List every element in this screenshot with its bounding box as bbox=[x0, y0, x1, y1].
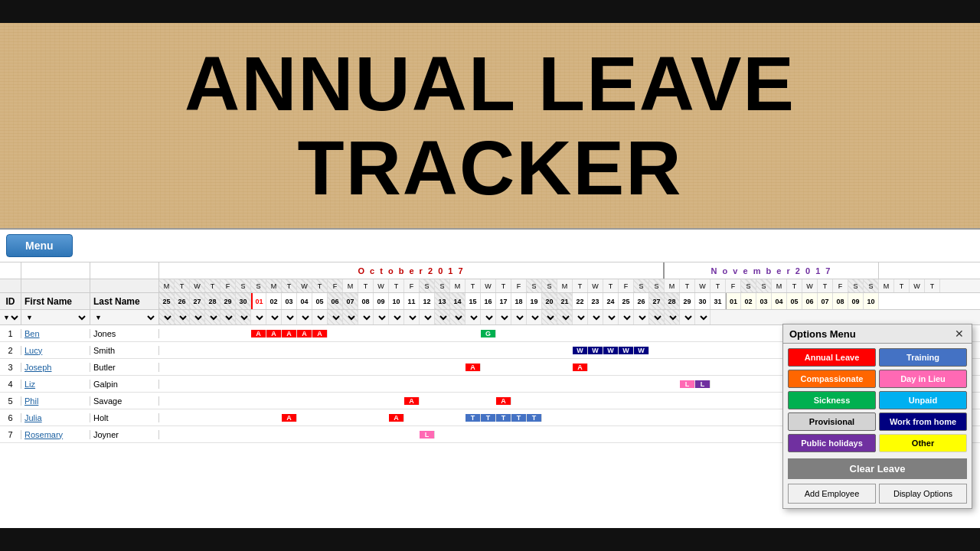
day-letter-cell: T bbox=[818, 279, 833, 292]
day-letter-cell: T bbox=[358, 279, 374, 292]
day-letter-cell: M bbox=[450, 279, 466, 292]
day-letter-cell: W bbox=[297, 279, 312, 292]
header-banner: ANNUAL LEAVE TRACKER bbox=[0, 23, 980, 230]
day-letter-cell: F bbox=[833, 279, 848, 292]
spreadsheet: O c t o b e r 2 0 1 7 N o v e m b e r 2 … bbox=[0, 262, 980, 528]
day-letter-cell: F bbox=[619, 279, 634, 292]
day-letter-cell: W bbox=[910, 279, 925, 292]
day-letter-cell: S bbox=[251, 279, 266, 292]
filter-first[interactable]: ▼ bbox=[23, 313, 88, 322]
day-letter-cell: M bbox=[343, 279, 358, 292]
day-letter-cell: F bbox=[404, 279, 420, 292]
day-letter-cell: W bbox=[190, 279, 205, 292]
compassionate-option[interactable]: Compassionate bbox=[788, 370, 876, 388]
day-letter-cell: F bbox=[726, 279, 741, 292]
month-label-row: O c t o b e r 2 0 1 7 N o v e m b e r 2 … bbox=[0, 262, 980, 279]
options-menu-title: Options Menu ✕ bbox=[783, 324, 972, 344]
employee-first-3[interactable]: Joseph bbox=[21, 363, 90, 372]
day-letter-cell: W bbox=[481, 279, 496, 292]
day-letter-cell: T bbox=[175, 279, 190, 292]
day-letter-row: M T W T F S S M T W T F M T W T F S S M bbox=[0, 279, 980, 293]
options-grid: Annual Leave Training Compassionate Day … bbox=[783, 344, 972, 457]
day-letter-cell: T bbox=[894, 279, 910, 292]
day-letter-cell: T bbox=[680, 279, 695, 292]
day-letter-cell: T bbox=[573, 279, 588, 292]
day-letter-cell: S bbox=[649, 279, 665, 292]
day-letter-cell: T bbox=[205, 279, 220, 292]
employee-first-6[interactable]: Julia bbox=[21, 413, 90, 422]
day-letter-cell: M bbox=[879, 279, 894, 292]
day-letter-cell: M bbox=[266, 279, 282, 292]
employee-first-1[interactable]: Ben bbox=[21, 329, 90, 338]
day-letter-cell: T bbox=[389, 279, 404, 292]
day-letter-cell: W bbox=[802, 279, 818, 292]
menu-button[interactable]: Menu bbox=[6, 234, 73, 257]
employee-first-4[interactable]: Liz bbox=[21, 380, 90, 389]
employee-first-7[interactable]: Rosemary bbox=[21, 430, 90, 439]
add-employee-button[interactable]: Add Employee bbox=[788, 484, 876, 504]
display-options-button[interactable]: Display Options bbox=[879, 484, 967, 504]
other-option[interactable]: Other bbox=[879, 434, 967, 452]
day-letter-cell: T bbox=[710, 279, 726, 292]
work-from-home-option[interactable]: Work from home bbox=[879, 412, 967, 431]
filter-row: ▼ ▼ ▼ ▼ ▼ ▼ ▼ ▼ ▼ ▼ ▼ ▼ ▼ ▼ ▼ ▼ ▼ ▼ ▼ ▼ bbox=[0, 310, 980, 325]
day-letter-cell: M bbox=[665, 279, 680, 292]
date-number-row: ID First Name Last Name 25 26 27 28 29 3… bbox=[0, 293, 980, 310]
top-bar bbox=[0, 0, 980, 23]
day-letter-cell: F bbox=[220, 279, 236, 292]
day-letter-cell: T bbox=[466, 279, 481, 292]
day-letter-cell: S bbox=[542, 279, 557, 292]
annual-leave-option[interactable]: Annual Leave bbox=[788, 348, 876, 367]
day-in-lieu-option[interactable]: Day in Lieu bbox=[879, 370, 967, 388]
employee-first-2[interactable]: Lucy bbox=[21, 346, 90, 355]
day-letter-cell: S bbox=[435, 279, 450, 292]
day-letter-cell: T bbox=[496, 279, 511, 292]
day-letter-cell: T bbox=[312, 279, 328, 292]
day-letter-cell: S bbox=[848, 279, 864, 292]
day-letter-cell: M bbox=[159, 279, 175, 292]
sickness-option[interactable]: Sickness bbox=[788, 391, 876, 409]
day-letter-cell: F bbox=[511, 279, 527, 292]
october-label: O c t o b e r 2 0 1 7 bbox=[159, 262, 665, 279]
options-menu: Options Menu ✕ Annual Leave Training Com… bbox=[782, 324, 972, 509]
day-letter-cell: T bbox=[925, 279, 940, 292]
filter-last[interactable]: ▼ bbox=[92, 313, 157, 322]
day-letter-cell: W bbox=[588, 279, 603, 292]
filter-id[interactable]: ▼ bbox=[0, 313, 21, 322]
day-letter-cell: T bbox=[787, 279, 802, 292]
bottom-bar bbox=[0, 528, 980, 551]
training-option[interactable]: Training bbox=[879, 348, 967, 367]
day-letter-cell: M bbox=[772, 279, 787, 292]
clear-leave-button[interactable]: Clear Leave bbox=[788, 458, 967, 479]
day-letter-cell: W bbox=[374, 279, 389, 292]
toolbar: Menu bbox=[0, 230, 980, 262]
day-letter-cell: S bbox=[741, 279, 756, 292]
options-footer: Add Employee Display Options bbox=[783, 484, 972, 508]
col-last-header: Last Name bbox=[90, 293, 159, 309]
day-letter-cell: S bbox=[527, 279, 542, 292]
public-holidays-option[interactable]: Public holidays bbox=[788, 434, 876, 452]
col-first-header: First Name bbox=[21, 293, 90, 309]
close-options-button[interactable]: ✕ bbox=[953, 328, 965, 340]
day-letter-cell: T bbox=[282, 279, 297, 292]
day-letter-cell: S bbox=[634, 279, 649, 292]
november-label: N o v e m b e r 2 0 1 7 bbox=[665, 262, 879, 279]
day-letter-cell: S bbox=[420, 279, 435, 292]
employee-first-5[interactable]: Phil bbox=[21, 396, 90, 406]
day-letter-cell: S bbox=[756, 279, 772, 292]
day-letter-cell: M bbox=[557, 279, 573, 292]
day-letter-cell: F bbox=[328, 279, 343, 292]
unpaid-option[interactable]: Unpaid bbox=[879, 391, 967, 409]
title-line2: TRACKER bbox=[185, 126, 795, 210]
day-letter-cell: S bbox=[236, 279, 251, 292]
day-letter-cell: W bbox=[695, 279, 710, 292]
header-text: ANNUAL LEAVE TRACKER bbox=[185, 41, 795, 210]
title-line1: ANNUAL LEAVE bbox=[185, 41, 795, 126]
main-content: Menu O c t o b e r 2 0 1 7 N o v e m b e… bbox=[0, 230, 980, 528]
col-id-header: ID bbox=[0, 293, 21, 309]
provisional-option[interactable]: Provisional bbox=[788, 412, 876, 431]
day-letter-cell: S bbox=[864, 279, 879, 292]
day-letter-cell: T bbox=[603, 279, 619, 292]
